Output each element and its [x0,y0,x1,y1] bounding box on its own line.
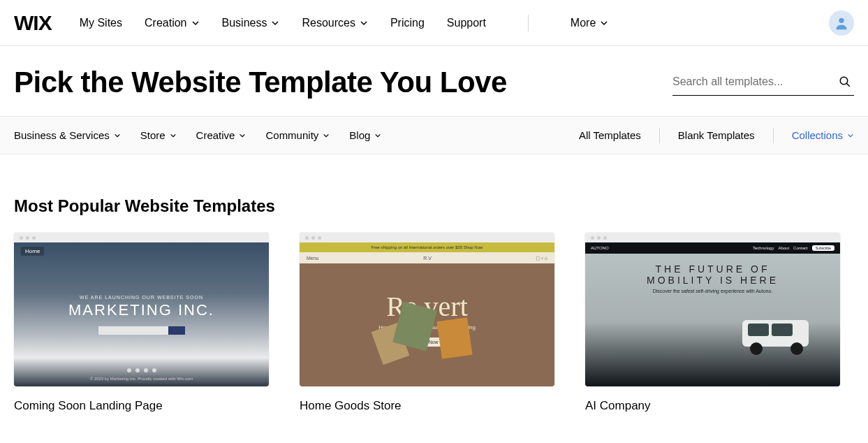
svg-point-6 [750,342,763,355]
template-card-home-goods[interactable]: Free shipping on all international order… [300,233,554,413]
chevron-down-icon [360,19,368,27]
nav-pricing[interactable]: Pricing [390,17,425,29]
nav-support[interactable]: Support [447,17,486,29]
nav-label: My Sites [80,17,122,29]
cat-label: Blank Templates [678,129,755,141]
thumb-tagline: WE ARE LAUNCHING OUR WEBSITE SOON [80,295,203,300]
wix-logo[interactable]: WIX [14,11,52,35]
category-bar: Business & Services Store Creative Commu… [0,117,868,154]
template-thumbnail: Free shipping on all international order… [300,233,554,386]
cat-label: Creative [196,129,235,141]
thumb-nav-link: Technology [753,246,774,250]
browser-chrome [14,233,269,242]
thumb-social-icons [127,368,156,372]
thumb-email-form [98,326,185,335]
chevron-down-icon [600,19,608,27]
cat-blank-templates[interactable]: Blank Templates [660,129,773,141]
nav-label: More [571,17,596,29]
wix-logo-text: WIX [14,11,52,35]
search-icon [839,75,851,88]
thumb-headline-1: THE FUTURE OF [585,263,840,275]
svg-rect-5 [772,324,793,336]
nav-label: Resources [302,17,355,29]
cat-label: Blog [349,129,370,141]
template-title: Home Goods Store [300,399,554,413]
svg-point-7 [790,342,803,355]
nav-creation[interactable]: Creation [145,17,199,29]
nav-label: Creation [145,17,186,29]
thumb-logobar: R.V [423,256,432,261]
svg-point-1 [840,77,848,85]
nav-more[interactable]: More [571,17,608,29]
search-button[interactable] [836,73,854,93]
thumb-headline-2: MOBILITY IS HERE [585,275,840,286]
primary-nav: My Sites Creation Business Resources Pri… [80,15,609,31]
chevron-down-icon [114,132,121,139]
user-icon [834,15,849,31]
chevron-down-icon [191,19,200,27]
nav-label: Support [447,17,486,29]
browser-chrome [585,233,840,242]
chevron-down-icon [323,132,330,139]
svg-point-0 [839,17,844,22]
browser-chrome [300,233,554,242]
top-nav: WIX My Sites Creation Business Resources… [0,0,868,46]
category-right: All Templates Blank Templates Collection… [561,128,854,143]
cat-collections[interactable]: Collections [774,129,854,141]
cat-label: Collections [792,129,843,141]
chevron-down-icon [374,132,381,139]
search-input[interactable] [672,70,854,95]
thumb-logo: AUTONO [591,246,609,250]
cat-blog[interactable]: Blog [349,129,381,141]
thumb-navbar: AUTONO Technology About Contact Subscrib… [585,242,840,254]
svg-line-2 [846,83,850,87]
template-title: Coming Soon Landing Page [14,399,269,413]
section-heading: Most Popular Website Templates [14,196,854,216]
nav-business[interactable]: Business [222,17,280,29]
cat-store[interactable]: Store [140,129,177,141]
cat-creative[interactable]: Creative [196,129,247,141]
thumb-sub: Discover the safest self-driving experie… [585,289,840,293]
popular-templates-section: Most Popular Website Templates Home WE A… [0,154,868,427]
cat-label: Store [140,129,165,141]
thumb-navbar: Menu R.V ⎕ ♡ ⌂ [300,252,554,263]
cat-business-services[interactable]: Business & Services [14,129,121,141]
thumb-brand: MARKETING INC. [68,301,214,319]
nav-separator [528,15,529,31]
template-card-coming-soon[interactable]: Home WE ARE LAUNCHING OUR WEBSITE SOON M… [14,233,269,413]
template-cards: Home WE ARE LAUNCHING OUR WEBSITE SOON M… [14,233,854,413]
cat-community[interactable]: Community [265,129,330,141]
thumb-nav-subscribe: Subscribe [812,245,834,251]
car-icon [735,310,819,358]
thumb-icons: ⎕ ♡ ⌂ [536,256,547,261]
chevron-down-icon [170,132,177,139]
thumb-nav-link: Contact [793,246,808,250]
nav-label: Pricing [390,17,425,29]
page-title: Pick the Website Template You Love [14,66,507,99]
cat-label: Business & Services [14,129,110,141]
thumb-nav-home: Home [21,247,44,256]
nav-label: Business [222,17,267,29]
thumb-menu: Menu [307,256,319,261]
template-thumbnail: Home WE ARE LAUNCHING OUR WEBSITE SOON M… [14,233,269,386]
chevron-down-icon [239,132,246,139]
chevron-down-icon [847,132,854,139]
template-card-ai-company[interactable]: AUTONO Technology About Contact Subscrib… [585,233,840,413]
hero-row: Pick the Website Template You Love [0,46,868,117]
thumb-promo-strip: Free shipping on all international order… [300,242,554,252]
category-left: Business & Services Store Creative Commu… [14,129,381,141]
chevron-down-icon [271,19,279,27]
thumb-nav-link: About [778,246,789,250]
nav-my-sites[interactable]: My Sites [80,17,122,29]
account-avatar[interactable] [829,10,854,36]
cat-label: Community [265,129,318,141]
cat-all-templates[interactable]: All Templates [561,129,659,141]
svg-rect-4 [748,324,769,336]
template-thumbnail: AUTONO Technology About Contact Subscrib… [585,233,840,386]
cat-label: All Templates [579,129,641,141]
template-title: AI Company [585,399,840,413]
thumb-footer: © 2023 by Marketing Inc. Proudly created… [90,377,193,381]
search-wrap [672,70,854,96]
nav-resources[interactable]: Resources [302,17,367,29]
